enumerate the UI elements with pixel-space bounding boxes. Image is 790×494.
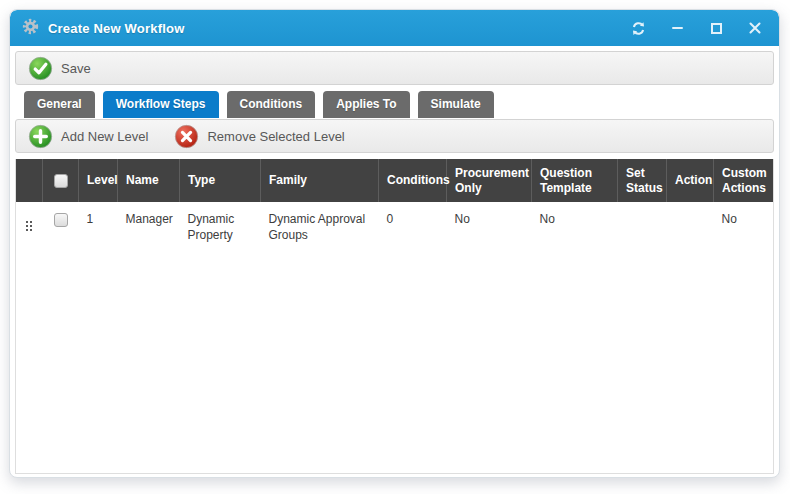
add-new-level-button[interactable]: Add New Level [24,123,152,150]
col-action[interactable]: Action [667,159,714,202]
tab-applies-to[interactable]: Applies To [323,91,409,118]
cell-procurement-only: No [447,202,532,251]
cell-action [667,202,714,251]
table-header-row: Level Name Type Family Conditions Procur… [16,159,774,202]
cell-family: Dynamic Approval Groups [261,202,379,251]
remove-x-icon [174,124,199,149]
col-select-all [43,159,79,202]
maximize-icon[interactable] [708,20,724,36]
save-check-icon [28,56,53,81]
window-title: Create New Workflow [48,21,184,36]
cell-custom-actions: No [714,202,774,251]
tab-general[interactable]: General [24,91,95,118]
save-label: Save [61,61,91,76]
remove-selected-level-button[interactable]: Remove Selected Level [170,123,348,150]
tab-simulate[interactable]: Simulate [418,91,494,118]
create-workflow-dialog: Create New Workflow [9,9,780,478]
steps-table: Level Name Type Family Conditions Procur… [15,159,773,251]
save-toolbar: Save [15,51,774,85]
save-button[interactable]: Save [24,55,95,82]
workflow-steps-grid: Level Name Type Family Conditions Procur… [15,159,774,474]
minimize-icon[interactable] [669,20,685,36]
col-drag-handle [16,159,43,202]
add-new-level-label: Add New Level [61,129,148,144]
row-drag-cell [16,202,43,251]
dialog-content: Save General Workflow Steps Conditions A… [10,46,779,478]
remove-selected-level-label: Remove Selected Level [207,129,344,144]
col-custom-actions[interactable]: Custom Actions [714,159,774,202]
col-level[interactable]: Level [79,159,118,202]
cell-name: Manager [118,202,180,251]
col-type[interactable]: Type [180,159,261,202]
drag-handle-icon[interactable] [26,221,32,231]
cell-question-template: No [532,202,618,251]
row-select-cell [43,202,79,251]
tab-workflow-steps[interactable]: Workflow Steps [103,91,219,118]
cell-level: 1 [79,202,118,251]
window-controls [630,20,763,36]
close-icon[interactable] [747,20,763,36]
cell-conditions: 0 [379,202,447,251]
col-name[interactable]: Name [118,159,180,202]
cell-set-status [618,202,667,251]
gear-icon [22,18,39,39]
select-all-checkbox[interactable] [54,174,68,188]
table-row[interactable]: 1 Manager Dynamic Property Dynamic Appro… [16,202,774,251]
titlebar: Create New Workflow [10,10,779,46]
col-set-status[interactable]: Set Status [618,159,667,202]
row-checkbox[interactable] [54,213,68,227]
level-toolbar: Add New Level Remove Selected Level [15,119,774,153]
col-family[interactable]: Family [261,159,379,202]
col-procurement-only[interactable]: Procurement Only [447,159,532,202]
tab-strip: General Workflow Steps Conditions Applie… [24,91,774,118]
col-conditions[interactable]: Conditions [379,159,447,202]
col-question-template[interactable]: Question Template [532,159,618,202]
cell-type: Dynamic Property [180,202,261,251]
tab-conditions[interactable]: Conditions [227,91,316,118]
refresh-icon[interactable] [630,20,646,36]
add-plus-icon [28,124,53,149]
